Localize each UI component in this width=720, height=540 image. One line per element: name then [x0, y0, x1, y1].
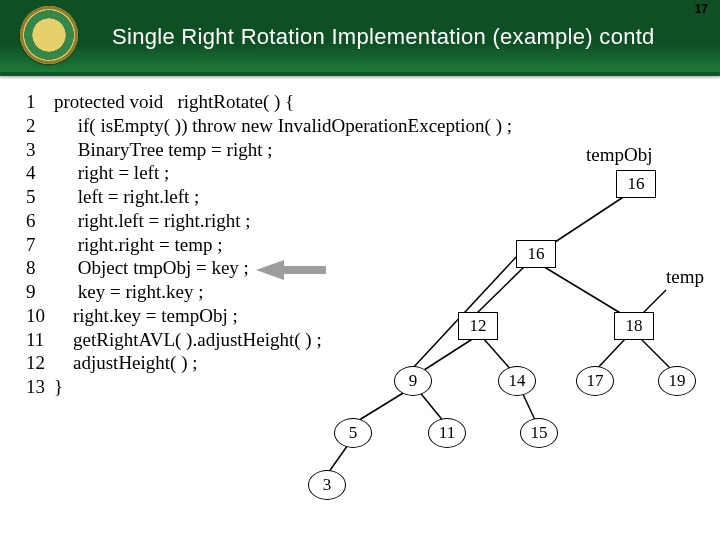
code-line: 5 left = right.left ;: [26, 185, 710, 209]
line-text: }: [54, 375, 63, 399]
node-9: 9: [394, 366, 432, 396]
code-line: 11 getRightAVL( ).adjustHeight( ) ;: [26, 328, 710, 352]
line-number: 4: [26, 161, 54, 185]
line-number: 6: [26, 209, 54, 233]
node-loose-16: 16: [616, 170, 656, 198]
code-line: 9 key = right.key ;: [26, 280, 710, 304]
line-text: right.key = tempObj ;: [54, 304, 238, 328]
line-text: if( isEmpty( )) throw new InvalidOperati…: [54, 114, 512, 138]
code-line: 1protected void rightRotate( ) {: [26, 90, 710, 114]
code-line: 7 right.right = temp ;: [26, 233, 710, 257]
university-logo-icon: [20, 6, 78, 64]
line-text: right.left = right.right ;: [54, 209, 250, 233]
label-temp: temp: [666, 266, 704, 288]
slide-body: 1protected void rightRotate( ) {2 if( is…: [26, 90, 710, 530]
line-number: 13: [26, 375, 54, 399]
code-line: 10 right.key = tempObj ;: [26, 304, 710, 328]
line-number: 7: [26, 233, 54, 257]
slide-title: Single Right Rotation Implementation (ex…: [112, 24, 690, 50]
line-number: 2: [26, 114, 54, 138]
line-text: protected void rightRotate( ) {: [54, 90, 294, 114]
node-18: 18: [614, 312, 654, 340]
line-text: adjustHeight( ) ;: [54, 351, 198, 375]
line-number: 8: [26, 256, 54, 280]
line-text: left = right.left ;: [54, 185, 199, 209]
line-number: 11: [26, 328, 54, 352]
node-5: 5: [334, 418, 372, 448]
header-bar: Single Right Rotation Implementation (ex…: [0, 0, 720, 76]
line-text: right = left ;: [54, 161, 169, 185]
node-14: 14: [498, 366, 536, 396]
slide: Single Right Rotation Implementation (ex…: [0, 0, 720, 540]
line-number: 5: [26, 185, 54, 209]
line-text: BinaryTree temp = right ;: [54, 138, 272, 162]
line-text: key = right.key ;: [54, 280, 204, 304]
code-line: 8 Object tmpObj = key ;: [26, 256, 710, 280]
line-number: 12: [26, 351, 54, 375]
node-19: 19: [658, 366, 696, 396]
line-text: getRightAVL( ).adjustHeight( ) ;: [54, 328, 322, 352]
page-number: 17: [695, 2, 708, 16]
line-number: 3: [26, 138, 54, 162]
node-12: 12: [458, 312, 498, 340]
line-text: right.right = temp ;: [54, 233, 223, 257]
node-15: 15: [520, 418, 558, 448]
line-number: 10: [26, 304, 54, 328]
line-text: Object tmpObj = key ;: [54, 256, 249, 280]
node-3: 3: [308, 470, 346, 500]
node-root: 16: [516, 240, 556, 268]
node-17: 17: [576, 366, 614, 396]
line-number: 1: [26, 90, 54, 114]
code-line: 2 if( isEmpty( )) throw new InvalidOpera…: [26, 114, 710, 138]
label-tempobj: tempObj: [586, 144, 653, 166]
line-number: 9: [26, 280, 54, 304]
code-line: 6 right.left = right.right ;: [26, 209, 710, 233]
node-11: 11: [428, 418, 466, 448]
code-block: 1protected void rightRotate( ) {2 if( is…: [26, 90, 710, 399]
